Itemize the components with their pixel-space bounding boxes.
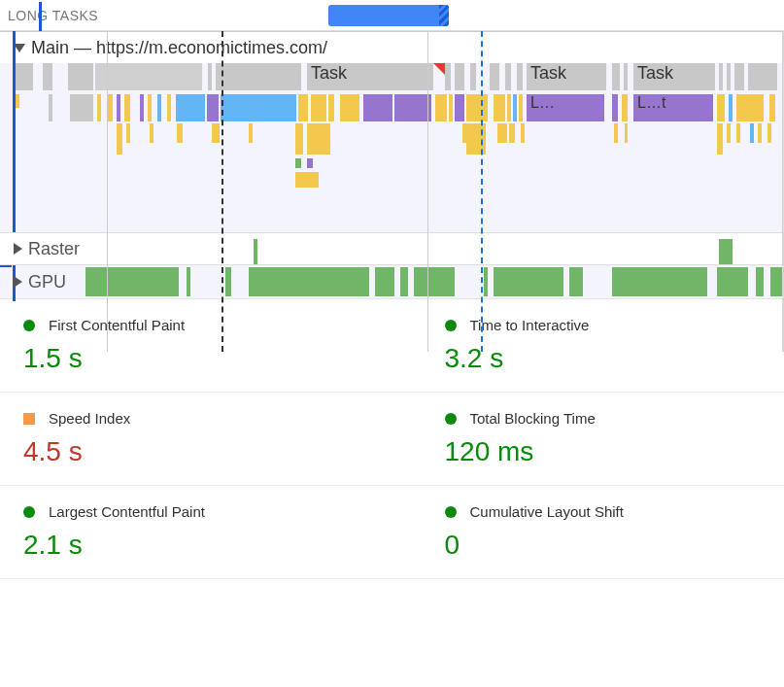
- main-track[interactable]: Main — https://m.economictimes.com/ Task…: [0, 31, 784, 298]
- activity-segment[interactable]: [501, 123, 507, 143]
- raster-segment[interactable]: [254, 239, 257, 264]
- task-segment[interactable]: Task: [633, 63, 715, 90]
- gpu-segment[interactable]: [612, 267, 707, 296]
- task-segment[interactable]: [727, 63, 731, 90]
- activity-segment[interactable]: [307, 158, 313, 168]
- activity-segment[interactable]: [622, 94, 628, 121]
- activity-segment[interactable]: [340, 94, 359, 121]
- activity-segment[interactable]: [767, 123, 771, 143]
- activity-segment[interactable]: [614, 123, 618, 143]
- activity-segment[interactable]: [167, 94, 171, 121]
- activity-segment[interactable]: [513, 94, 517, 121]
- activity-segment[interactable]: [449, 94, 453, 121]
- metric-fcp[interactable]: First Contentful Paint 1.5 s: [0, 299, 363, 393]
- activity-segment[interactable]: [509, 123, 515, 143]
- activity-segment[interactable]: [769, 94, 775, 121]
- activity-segment[interactable]: [758, 123, 762, 143]
- activity-segment[interactable]: [176, 94, 205, 121]
- task-segment[interactable]: [517, 63, 523, 90]
- gpu-segment[interactable]: [85, 267, 179, 296]
- gpu-segment[interactable]: [225, 267, 231, 296]
- activity-segment[interactable]: [466, 94, 488, 121]
- task-segment[interactable]: [68, 63, 93, 90]
- activity-segment[interactable]: L…t: [633, 94, 713, 121]
- activity-segment[interactable]: [157, 94, 161, 121]
- task-segment[interactable]: [719, 63, 723, 90]
- expand-icon[interactable]: [14, 276, 22, 288]
- activity-segment[interactable]: [328, 94, 334, 121]
- activity-segment[interactable]: [140, 94, 144, 121]
- activity-segment[interactable]: [117, 94, 120, 121]
- raster-segment[interactable]: [719, 239, 733, 264]
- activity-segment[interactable]: [150, 123, 153, 143]
- activity-segment[interactable]: [363, 94, 392, 121]
- metric-si[interactable]: Speed Index 4.5 s: [0, 393, 363, 486]
- activity-segment[interactable]: [148, 94, 152, 121]
- activity-segment[interactable]: [494, 94, 505, 121]
- activity-segment[interactable]: [455, 94, 464, 121]
- task-segment[interactable]: [445, 63, 451, 90]
- activity-segment[interactable]: [625, 123, 628, 143]
- gpu-segment[interactable]: [400, 267, 408, 296]
- task-segment[interactable]: [208, 63, 212, 90]
- task-segment[interactable]: Task: [307, 63, 433, 90]
- gpu-segment[interactable]: [484, 267, 488, 296]
- gpu-segment[interactable]: [375, 267, 394, 296]
- activity-segment[interactable]: [311, 94, 326, 121]
- metric-lcp[interactable]: Largest Contentful Paint 2.1 s: [0, 486, 363, 579]
- task-segment[interactable]: [734, 63, 744, 90]
- activity-segment[interactable]: [750, 123, 754, 143]
- gpu-segment[interactable]: [494, 267, 563, 296]
- activity-segment[interactable]: [126, 123, 130, 143]
- activity-segment[interactable]: [717, 123, 723, 155]
- task-segment[interactable]: [216, 63, 301, 90]
- task-segment[interactable]: [16, 63, 33, 90]
- task-segment[interactable]: [43, 63, 52, 90]
- activity-segment[interactable]: [212, 123, 220, 143]
- activity-segment[interactable]: [394, 94, 431, 121]
- activity-segment[interactable]: [736, 123, 740, 143]
- activity-segment[interactable]: [521, 123, 525, 143]
- activity-segment[interactable]: [97, 94, 101, 121]
- gpu-segment[interactable]: [249, 267, 369, 296]
- activity-segment[interactable]: [16, 94, 19, 108]
- gpu-segment[interactable]: [717, 267, 748, 296]
- activity-segment[interactable]: [117, 123, 122, 155]
- task-segment[interactable]: [624, 63, 628, 90]
- long-task-segment[interactable]: [328, 5, 449, 26]
- activity-segment[interactable]: [519, 94, 523, 121]
- gpu-segment[interactable]: [414, 267, 455, 296]
- task-segment[interactable]: [612, 63, 620, 90]
- activity-segment[interactable]: [207, 94, 219, 121]
- task-segment[interactable]: Task: [527, 63, 606, 90]
- activity-segment[interactable]: [727, 123, 731, 143]
- activity-segment[interactable]: [736, 94, 764, 121]
- activity-segment[interactable]: [177, 123, 183, 143]
- activity-segment[interactable]: [717, 94, 725, 121]
- activity-segment[interactable]: [295, 158, 301, 168]
- task-segment[interactable]: [470, 63, 476, 90]
- activity-segment[interactable]: [124, 94, 130, 121]
- gpu-segment[interactable]: [187, 267, 190, 296]
- activity-segment[interactable]: [729, 94, 733, 121]
- activity-segment[interactable]: [435, 94, 447, 121]
- activity-segment[interactable]: [249, 123, 253, 143]
- task-segment[interactable]: [748, 63, 777, 90]
- activity-segment[interactable]: [49, 94, 52, 121]
- task-segment[interactable]: [95, 63, 202, 90]
- long-tasks-track[interactable]: LONG TASKS: [0, 0, 784, 31]
- task-segment[interactable]: [505, 63, 511, 90]
- activity-segment[interactable]: [298, 94, 308, 121]
- raster-track[interactable]: Raster: [0, 232, 784, 265]
- activity-segment[interactable]: L…: [527, 94, 604, 121]
- gpu-segment[interactable]: [770, 267, 782, 296]
- activity-segment[interactable]: [295, 172, 319, 188]
- task-segment[interactable]: [455, 63, 464, 90]
- metric-cls[interactable]: Cumulative Layout Shift 0: [422, 486, 785, 579]
- activity-segment[interactable]: [295, 123, 303, 155]
- metric-tti[interactable]: Time to Interactive 3.2 s: [422, 299, 785, 393]
- metric-tbt[interactable]: Total Blocking Time 120 ms: [422, 393, 785, 486]
- task-segment[interactable]: [490, 63, 499, 90]
- activity-segment[interactable]: [466, 123, 486, 155]
- gpu-segment[interactable]: [569, 267, 583, 296]
